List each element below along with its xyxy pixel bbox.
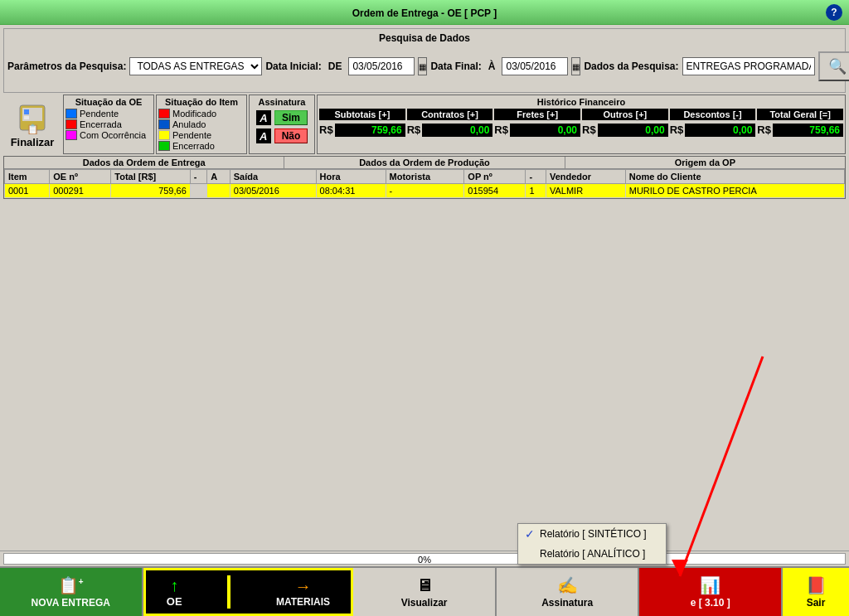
td-vendedor: VALMIR [546, 184, 625, 198]
sair-label: Sair [807, 597, 826, 609]
fin-fretes-val: 0,00 [510, 124, 580, 137]
fin-total-rs: R$ [757, 124, 771, 136]
oe-color-encerrada [65, 119, 77, 129]
td-oe: 000291 [50, 184, 111, 198]
oe-label-ocorrencia: Com Ocorrência [80, 130, 146, 140]
oe-materiais-btn[interactable]: ↑ OE → MATERIAIS [143, 568, 354, 616]
dropdown-menu: ✓ Relatório [ SINTÉTICO ] ✓ Relatório [ … [517, 523, 667, 565]
fin-col-contratos: Contratos [+] R$ 0,00 [407, 109, 493, 137]
th-op: OP nº [464, 170, 526, 184]
oe-mat-row: ↑ OE → MATERIAIS [148, 575, 350, 609]
assinatura-title: Assinatura [259, 97, 306, 107]
td-total: 759,66 [111, 184, 190, 198]
relatorio-icon: 📊 [700, 575, 720, 595]
fin-col-total: Total Geral [=] R$ 759,66 [757, 109, 843, 137]
nova-entrega-label: NOVA ENTREGA [32, 597, 110, 609]
table-header-row: Item OE nº Total [R$] - A Saída Hora Mot… [5, 170, 845, 184]
fin-outros-val: 0,00 [598, 124, 668, 137]
assinatura-tb-label: Assinatura [541, 597, 593, 609]
assinatura-nao-row: A Não [256, 129, 308, 143]
item-color-anulado [158, 119, 170, 129]
item-status-anulado: Anulado [158, 119, 245, 129]
item-status-panel: Situação do Item Modificado Anulado Pend… [156, 95, 247, 154]
th-a: A [207, 170, 230, 184]
nova-entrega-icon: 📋+ [58, 575, 84, 595]
check-analitico-icon: ✓ [525, 547, 535, 560]
fin-col-outros: Outros [+] R$ 0,00 [582, 109, 668, 137]
search-data-label: Dados da Pesquisa: [584, 61, 678, 72]
th-cliente: Nome do Cliente [625, 170, 844, 184]
data-table: Item OE nº Total [R$] - A Saída Hora Mot… [4, 169, 845, 198]
date-initial-cal-btn[interactable]: ▦ [418, 57, 427, 75]
progress-bar: 0% [3, 553, 846, 565]
date-final-cal-btn[interactable]: ▦ [571, 57, 580, 75]
search-icon: 🔍 [828, 57, 847, 75]
sair-btn[interactable]: 📕 Sair [783, 568, 849, 616]
help-button[interactable]: ? [826, 4, 842, 21]
fin-descontos-rs: R$ [670, 124, 684, 136]
td-a [207, 184, 230, 198]
finalizar-label: Finalizar [11, 136, 55, 148]
progress-bar-area: 0% [0, 551, 849, 566]
date-initial-input[interactable] [348, 57, 415, 75]
oe-status-title: Situação da OE [65, 97, 152, 107]
a-label: À [485, 61, 499, 72]
materiais-label: MATERIAIS [276, 596, 330, 608]
params-select[interactable]: TODAS AS ENTREGAS [129, 57, 262, 75]
svg-line-5 [680, 357, 763, 576]
toolbar: 📋+ NOVA ENTREGA ↑ OE → MATERIAIS 🖥 Visua… [0, 566, 849, 616]
search-data-input[interactable] [682, 57, 815, 75]
fin-subtotais-label: Subtotais [+] [319, 109, 405, 120]
fin-fretes-rs: R$ [494, 124, 508, 136]
nova-entrega-btn[interactable]: 📋+ NOVA ENTREGA [0, 568, 143, 616]
th-oe: OE nº [50, 170, 111, 184]
fin-col-subtotais: Subtotais [+] R$ 759,66 [319, 109, 405, 137]
finalizar-area[interactable]: 📋 Finalizar [3, 95, 61, 154]
fin-contratos-rs: R$ [407, 124, 421, 136]
op-section-header: Dados da Ordem de Produção [284, 157, 565, 168]
dropdown-sintetico[interactable]: ✓ Relatório [ SINTÉTICO ] [518, 524, 666, 544]
item-status-title: Situação do Item [158, 97, 245, 107]
relatorio-btn[interactable]: 📊 e [ 3.10 ] [639, 568, 783, 616]
search-button[interactable]: 🔍 Pesquisar [818, 51, 850, 81]
th-saida: Saída [230, 170, 316, 184]
mat-arrow-icon: → [294, 577, 311, 596]
assinatura-tb-icon: ✍ [557, 575, 578, 595]
item-status-modificado: Modificado [158, 109, 245, 119]
table-row[interactable]: 0001 000291 759,66 03/05/2016 08:04:31 -… [5, 184, 845, 198]
td-hora: 08:04:31 [316, 184, 386, 198]
financeiro-panel: Histórico Financeiro Subtotais [+] R$ 75… [317, 95, 846, 154]
dropdown-analitico[interactable]: ✓ Relatório [ ANALÍTICO ] [518, 544, 666, 564]
assinatura-sim-btn[interactable]: Sim [274, 110, 308, 125]
fin-subtotais-val: 759,66 [335, 124, 405, 137]
oe-label-encerrada: Encerrada [80, 119, 122, 129]
fin-contratos-val: 0,00 [422, 124, 492, 137]
td-cliente: MURILO DE CASTRO PERCIA [625, 184, 844, 198]
td-dash2: 1 [526, 184, 546, 198]
oe-color-ocorrencia [65, 130, 77, 140]
check-sintetico-icon: ✓ [525, 527, 535, 541]
item-color-pendente [158, 130, 170, 140]
progress-label: 0% [4, 554, 845, 565]
mat-part: → MATERIAIS [276, 577, 330, 608]
assinatura-nao-btn[interactable]: Não [274, 129, 308, 143]
financeiro-title: Histórico Financeiro [319, 97, 843, 107]
visualizar-icon: 🖥 [416, 576, 433, 595]
oe-mat-divider [227, 575, 230, 609]
oe-status-panel: Situação da OE Pendente Encerrada Com Oc… [63, 95, 154, 154]
item-label-modificado: Modificado [172, 109, 216, 119]
assinatura-btn[interactable]: ✍ Assinatura [497, 568, 640, 616]
app-title: Ordem de Entrega - OE [ PCP ] [352, 7, 497, 19]
date-final-label: Data Final: [430, 61, 481, 72]
visualizar-btn[interactable]: 🖥 Visualizar [353, 568, 497, 616]
item-status-encerrado: Encerrado [158, 141, 245, 151]
relatorio-label: e [ 3.10 ] [691, 597, 730, 609]
oe-section-header: Dados da Ordem de Entrega [4, 157, 284, 168]
date-final-input[interactable] [502, 57, 568, 75]
main-content: Pesquisa de Dados Parâmetros da Pesquisa… [0, 25, 849, 202]
fin-contratos-label: Contratos [+] [407, 109, 493, 120]
item-label-encerrado: Encerrado [172, 141, 215, 151]
visualizar-label: Visualizar [401, 597, 448, 609]
item-label-pendente: Pendente [172, 130, 211, 140]
table-body: 0001 000291 759,66 03/05/2016 08:04:31 -… [5, 184, 845, 198]
